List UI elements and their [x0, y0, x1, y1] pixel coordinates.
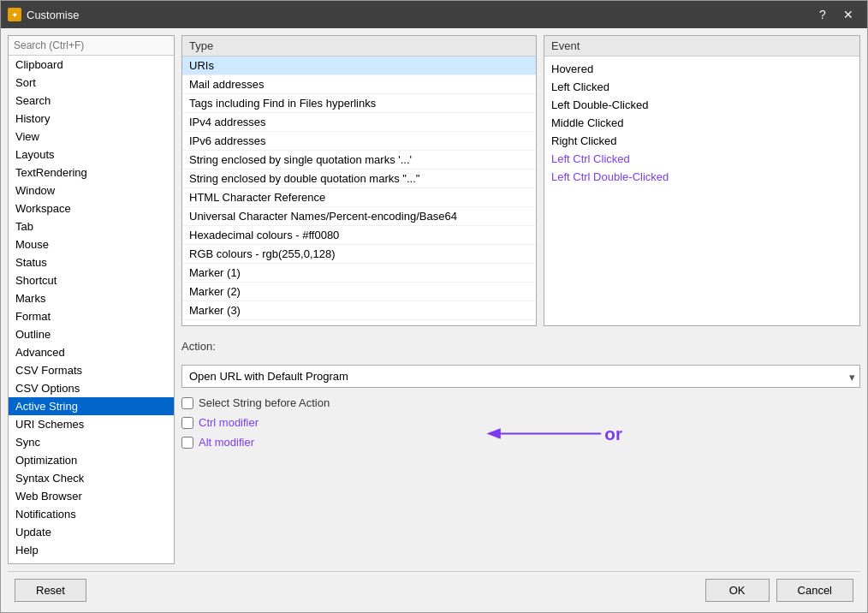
event-list: HoveredLeft ClickedLeft Double-ClickedMi… — [544, 57, 859, 189]
cancel-button[interactable]: Cancel — [776, 579, 853, 602]
dialog-window: ✦ Customise ? ✕ ClipboardSortSearchHisto… — [0, 0, 868, 613]
sidebar-item-update[interactable]: Update — [9, 523, 174, 541]
action-label: Action: — [181, 340, 860, 353]
sidebar-item-activestring[interactable]: Active String — [9, 397, 174, 415]
reset-button[interactable]: Reset — [15, 579, 86, 602]
sidebar-item-search[interactable]: Search — [9, 92, 174, 110]
sidebar-item-csvoptions[interactable]: CSV Options — [9, 379, 174, 397]
type-item-ipv6[interactable]: IPv6 addresses — [182, 132, 536, 151]
sidebar-item-marks[interactable]: Marks — [9, 289, 174, 307]
sidebar-item-sort[interactable]: Sort — [9, 74, 174, 92]
type-panel-scroll: URIsMail addressesTags including Find in… — [182, 57, 536, 325]
sidebar: ClipboardSortSearchHistoryViewLayoutsTex… — [8, 35, 175, 564]
sidebar-item-shortcut[interactable]: Shortcut — [9, 271, 174, 289]
event-item-leftdoubleclicked[interactable]: Left Double-Clicked — [544, 96, 859, 114]
sidebar-item-window[interactable]: Window — [9, 182, 174, 199]
type-item-marker4[interactable]: Marker (4) — [182, 320, 536, 325]
type-item-hexcolor[interactable]: Hexadecimal colours - #ff0080 — [182, 226, 536, 245]
content-area: Type URIsMail addressesTags including Fi… — [181, 35, 860, 564]
dialog-title: Customise — [27, 9, 811, 21]
ok-button[interactable]: OK — [705, 579, 770, 602]
type-item-doublequote[interactable]: String enclosed by double quotation mark… — [182, 170, 536, 188]
action-select[interactable]: Open URL with Default ProgramCopy to Cli… — [181, 365, 860, 388]
title-bar: ✦ Customise ? ✕ — [1, 1, 867, 28]
ctrl-modifier-checkbox[interactable] — [181, 417, 193, 429]
event-item-middleclicked[interactable]: Middle Clicked — [544, 114, 859, 132]
sidebar-item-format[interactable]: Format — [9, 307, 174, 325]
sidebar-item-syntaxcheck[interactable]: Syntax Check — [9, 469, 174, 487]
checkboxes-area: Select String before Action Ctrl modifie… — [181, 396, 860, 449]
sidebar-item-language[interactable]: Language — [9, 559, 174, 563]
event-item-rightclicked[interactable]: Right Clicked — [544, 132, 859, 150]
event-panel: Event HoveredLeft ClickedLeft Double-Cli… — [544, 35, 860, 326]
type-list: URIsMail addressesTags including Find in… — [182, 57, 536, 325]
sidebar-item-help[interactable]: Help — [9, 541, 174, 559]
type-item-marker2[interactable]: Marker (2) — [182, 283, 536, 301]
select-string-label: Select String before Action — [199, 396, 330, 409]
type-panel-header: Type — [182, 36, 536, 57]
sidebar-item-advanced[interactable]: Advanced — [9, 343, 174, 361]
sidebar-item-outline[interactable]: Outline — [9, 325, 174, 343]
select-string-checkbox[interactable] — [181, 397, 193, 409]
event-item-hovered[interactable]: Hovered — [544, 60, 859, 78]
dialog-footer: Reset OK Cancel — [8, 571, 860, 605]
type-item-uris[interactable]: URIs — [182, 57, 536, 75]
type-item-singlequote[interactable]: String enclosed by single quotation mark… — [182, 151, 536, 170]
action-select-wrap: Open URL with Default ProgramCopy to Cli… — [181, 365, 860, 388]
select-string-row: Select String before Action — [181, 396, 860, 409]
title-bar-buttons: ? ✕ — [811, 5, 860, 24]
type-item-marker3[interactable]: Marker (3) — [182, 301, 536, 320]
ctrl-modifier-row: Ctrl modifier — [181, 416, 860, 429]
main-area: ClipboardSortSearchHistoryViewLayoutsTex… — [8, 35, 860, 564]
alt-modifier-label: Alt modifier — [199, 436, 254, 449]
sidebar-item-history[interactable]: History — [9, 110, 174, 128]
event-item-leftclicked[interactable]: Left Clicked — [544, 78, 859, 96]
sidebar-search-input[interactable] — [9, 36, 174, 56]
panels-row: Type URIsMail addressesTags including Fi… — [181, 35, 860, 326]
type-item-tags[interactable]: Tags including Find in Files hyperlinks — [182, 94, 536, 113]
sidebar-item-layouts[interactable]: Layouts — [9, 146, 174, 164]
action-area: Action: Open URL with Default ProgramCop… — [181, 333, 860, 564]
type-panel: Type URIsMail addressesTags including Fi… — [181, 35, 537, 326]
type-item-rgbcolor[interactable]: RGB colours - rgb(255,0,128) — [182, 245, 536, 264]
sidebar-item-mouse[interactable]: Mouse — [9, 235, 174, 253]
app-icon: ✦ — [8, 8, 21, 21]
alt-modifier-checkbox[interactable] — [181, 437, 193, 449]
type-item-unicode[interactable]: Universal Character Names/Percent-encodi… — [182, 207, 536, 226]
close-button[interactable]: ✕ — [836, 5, 860, 24]
sidebar-item-workspace[interactable]: Workspace — [9, 199, 174, 217]
sidebar-item-textrendering[interactable]: TextRendering — [9, 164, 174, 182]
type-item-htmlref[interactable]: HTML Character Reference — [182, 188, 536, 207]
sidebar-item-view[interactable]: View — [9, 128, 174, 146]
type-item-ipv4[interactable]: IPv4 addresses — [182, 113, 536, 132]
sidebar-item-clipboard[interactable]: Clipboard — [9, 56, 174, 74]
ctrl-modifier-label: Ctrl modifier — [199, 416, 259, 429]
event-item-leftctrldoubleclicked[interactable]: Left Ctrl Double-Clicked — [544, 168, 859, 186]
sidebar-item-tab[interactable]: Tab — [9, 217, 174, 235]
sidebar-item-optimization[interactable]: Optimization — [9, 451, 174, 469]
dialog-body: ClipboardSortSearchHistoryViewLayoutsTex… — [1, 28, 867, 612]
alt-modifier-row: Alt modifier — [181, 436, 860, 449]
event-item-leftctrlclicked[interactable]: Left Ctrl Clicked — [544, 150, 859, 168]
event-panel-header: Event — [544, 36, 859, 57]
sidebar-item-webbrowser[interactable]: Web Browser — [9, 487, 174, 505]
type-item-mail[interactable]: Mail addresses — [182, 75, 536, 94]
sidebar-item-status[interactable]: Status — [9, 253, 174, 271]
sidebar-item-csvformats[interactable]: CSV Formats — [9, 361, 174, 379]
sidebar-list: ClipboardSortSearchHistoryViewLayoutsTex… — [9, 56, 174, 563]
sidebar-item-sync[interactable]: Sync — [9, 433, 174, 451]
type-item-marker1[interactable]: Marker (1) — [182, 264, 536, 283]
help-button[interactable]: ? — [811, 5, 835, 24]
sidebar-item-notifications[interactable]: Notifications — [9, 505, 174, 523]
sidebar-item-urischemes[interactable]: URI Schemes — [9, 415, 174, 433]
